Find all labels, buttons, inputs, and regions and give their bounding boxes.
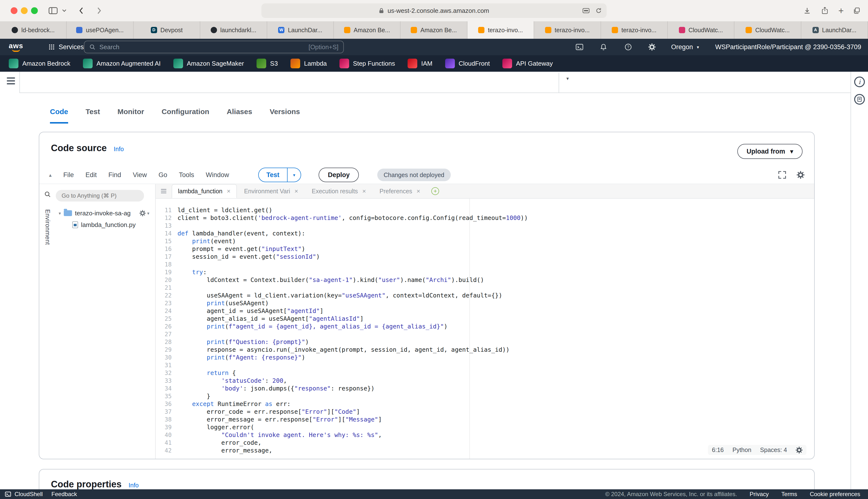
favorites-item[interactable]: S3 xyxy=(257,59,278,68)
code-line[interactable]: 19 try: xyxy=(156,268,814,276)
tab-code[interactable]: Code xyxy=(50,108,68,123)
browser-tab[interactable]: launchdarkl... xyxy=(200,21,267,39)
favorites-item[interactable]: API Gateway xyxy=(502,59,553,68)
browser-tab[interactable]: terazo-invo... xyxy=(601,21,668,39)
share-icon[interactable] xyxy=(821,0,828,21)
browser-tab[interactable]: usePOAgen... xyxy=(67,21,133,39)
menu-window[interactable]: Window xyxy=(206,171,229,179)
close-icon[interactable]: × xyxy=(295,187,298,195)
code-line[interactable]: 35 } xyxy=(156,392,814,400)
code-line[interactable]: 34 'body': json.dumps({"response": respo… xyxy=(156,385,814,392)
editor-tab[interactable]: Execution results× xyxy=(306,184,372,198)
close-window-button[interactable] xyxy=(11,7,17,14)
goto-anything-input[interactable] xyxy=(56,190,144,202)
services-menu[interactable]: Services xyxy=(48,39,84,55)
zoom-window-button[interactable] xyxy=(31,7,38,14)
code-line[interactable]: 29 response = asyncio.run(_invoke_agent(… xyxy=(156,346,814,354)
upload-from-button[interactable]: Upload from ▼ xyxy=(737,144,802,159)
code-line[interactable]: 15 print(event) xyxy=(156,238,814,245)
footer-link[interactable]: Cookie preferences xyxy=(810,491,860,498)
tree-folder-row[interactable]: ▾ terazo-invoke-sa-ag ▾ xyxy=(56,207,155,219)
editor-tab[interactable]: lambda_function× xyxy=(172,184,237,198)
tab-overview-icon[interactable] xyxy=(853,0,860,21)
folder-expand-icon[interactable]: ▾ xyxy=(59,211,61,216)
footer-link[interactable]: Privacy xyxy=(750,491,769,498)
cursor-position[interactable]: 6:16 xyxy=(712,447,724,453)
browser-tab[interactable]: terazo-invo... xyxy=(534,21,601,39)
menu-find[interactable]: Find xyxy=(108,171,121,179)
tree-file-row[interactable]: lambda_function.py xyxy=(56,219,155,231)
code-line[interactable]: 24 agent_id = useSAAgent["agentId"] xyxy=(156,307,814,315)
close-icon[interactable]: × xyxy=(227,187,230,195)
code-line[interactable]: 30 print(f"Agent: {response}") xyxy=(156,354,814,362)
console-search-input[interactable]: Search [Option+S] xyxy=(84,41,344,53)
notifications-bell-icon[interactable] xyxy=(600,39,607,55)
menu-tools[interactable]: Tools xyxy=(179,171,194,179)
aws-logo[interactable]: aws xyxy=(9,39,23,55)
autofill-icon[interactable] xyxy=(582,8,590,13)
code-line[interactable]: 39 logger.error( xyxy=(156,423,814,431)
browser-tab[interactable]: CloudWatc... xyxy=(734,21,801,39)
favorites-item[interactable]: Amazon Bedrock xyxy=(9,59,70,68)
code-line[interactable]: 27 xyxy=(156,330,814,338)
code-line[interactable]: 18 xyxy=(156,261,814,268)
code-line[interactable]: 40 "Couldn't invoke agent. Here's why: %… xyxy=(156,431,814,439)
editor-settings-gear-icon[interactable] xyxy=(797,171,805,179)
downloads-icon[interactable] xyxy=(804,0,811,21)
code-line[interactable]: 22 useSAAgent = ld_client.variation(key=… xyxy=(156,292,814,300)
back-icon[interactable] xyxy=(79,0,83,21)
code-line[interactable]: 16 prompt = event.get("inputText") xyxy=(156,245,814,253)
indent-setting[interactable]: Spaces: 4 xyxy=(760,447,787,453)
favorites-item[interactable]: IAM xyxy=(407,59,432,68)
code-line[interactable]: 37 error_code = err.response["Error"]["C… xyxy=(156,408,814,416)
fullscreen-icon[interactable] xyxy=(778,171,786,179)
region-selector[interactable]: Oregon ▾ xyxy=(671,39,699,55)
reload-icon[interactable] xyxy=(595,8,602,14)
menu-file[interactable]: File xyxy=(63,171,74,179)
menu-edit[interactable]: Edit xyxy=(86,171,97,179)
tab-configuration[interactable]: Configuration xyxy=(162,108,209,123)
deploy-button[interactable]: Deploy xyxy=(319,168,359,182)
status-gear-icon[interactable] xyxy=(796,447,802,453)
editor-tab[interactable]: Preferences× xyxy=(373,184,427,198)
info-link[interactable]: Info xyxy=(129,482,139,489)
sidebar-chevron-icon[interactable] xyxy=(62,0,67,21)
favorites-item[interactable]: Lambda xyxy=(290,59,327,68)
code-line[interactable]: 23 print(useSAAgent) xyxy=(156,300,814,307)
favorites-item[interactable]: Amazon Augmented AI xyxy=(83,59,161,68)
favorites-item[interactable]: CloudFront xyxy=(445,59,490,68)
feedback-link[interactable]: Feedback xyxy=(51,491,77,498)
code-line[interactable]: 28 print(f"Question: {prompt}") xyxy=(156,338,814,346)
code-line[interactable]: 14def lambda_handler(event, context): xyxy=(156,230,814,238)
sidebar-toggle-icon[interactable] xyxy=(48,0,58,21)
favorites-item[interactable]: Step Functions xyxy=(340,59,395,68)
info-link[interactable]: Info xyxy=(114,146,124,153)
code-line[interactable]: 11ld_client = ldclient.get() xyxy=(156,206,814,214)
search-icon[interactable] xyxy=(44,191,51,198)
code-line[interactable]: 36 except RuntimeError as err: xyxy=(156,400,814,408)
code-line[interactable]: 31 xyxy=(156,362,814,369)
code-line[interactable]: 33 'statusCode': 200, xyxy=(156,377,814,385)
cloudshell-icon[interactable] xyxy=(575,39,583,55)
browser-tab[interactable]: Amazon Be... xyxy=(401,21,467,39)
tab-versions[interactable]: Versions xyxy=(270,108,300,123)
help-icon[interactable]: ? xyxy=(625,39,632,55)
footer-link[interactable]: Terms xyxy=(782,491,797,498)
editor-tab[interactable]: Environment Vari× xyxy=(238,184,305,198)
language-mode[interactable]: Python xyxy=(733,447,751,453)
new-editor-tab-icon[interactable]: + xyxy=(431,187,439,195)
test-dropdown-icon[interactable]: ▾ xyxy=(287,168,301,182)
code-line[interactable]: 26 print(f"agent_id = {agent_id}, agent_… xyxy=(156,322,814,330)
menu-go[interactable]: Go xyxy=(158,171,167,179)
collapse-menubar-icon[interactable]: ▴ xyxy=(49,172,52,178)
favorites-item[interactable]: Amazon SageMaker xyxy=(173,59,244,68)
forward-icon[interactable] xyxy=(97,0,102,21)
test-button[interactable]: Test ▾ xyxy=(258,168,301,182)
close-icon[interactable]: × xyxy=(417,187,420,195)
browser-tab[interactable]: ALaunchDar... xyxy=(801,21,868,39)
code-line[interactable]: 38 error_message = err.response["Error"]… xyxy=(156,416,814,423)
account-menu[interactable]: WSParticipantRole/Participant @ 2390-035… xyxy=(715,39,861,55)
new-tab-icon[interactable]: + xyxy=(839,0,844,21)
code-line[interactable]: 17 session_id = event.get("sessionId") xyxy=(156,253,814,261)
tab-monitor[interactable]: Monitor xyxy=(117,108,144,123)
